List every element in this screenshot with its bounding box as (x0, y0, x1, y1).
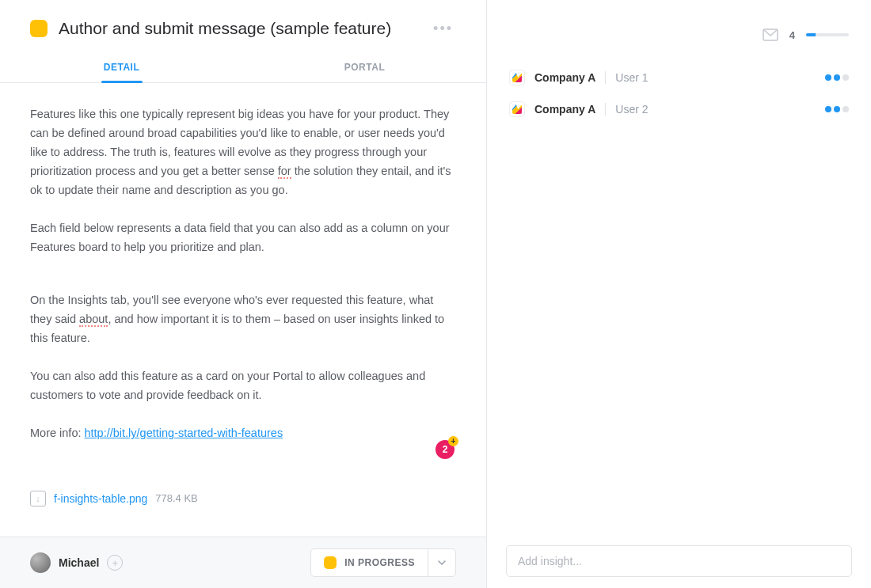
tab-detail[interactable]: DETAIL (0, 51, 243, 82)
insights-header: 4 (487, 0, 871, 57)
add-insight-input[interactable] (506, 545, 852, 577)
importance-dots[interactable] (825, 106, 849, 112)
detail-paragraph: You can also add this feature as a card … (30, 367, 456, 405)
detail-paragraph: More info: http://bit.ly/getting-started… (30, 424, 456, 443)
mail-icon[interactable] (763, 28, 778, 41)
tab-portal[interactable]: PORTAL (243, 51, 486, 82)
add-owner-button[interactable]: + (107, 555, 123, 571)
spellcheck-word: about (79, 313, 108, 327)
status-button[interactable]: IN PROGRESS (311, 549, 428, 576)
chevron-down-icon (438, 560, 446, 565)
detail-paragraph: On the Insights tab, you'll see everyone… (30, 291, 456, 348)
spellcheck-word: for (278, 165, 291, 179)
tabs: DETAIL PORTAL (0, 51, 486, 83)
divider (605, 71, 606, 84)
insight-list: Company A User 1 Company A User 2 (487, 57, 871, 130)
detail-paragraph: Features like this one typically represe… (30, 105, 456, 200)
insights-footer (487, 534, 871, 588)
company-name: Company A (534, 103, 595, 116)
insight-count: 4 (789, 29, 795, 41)
more-info-link[interactable]: http://bit.ly/getting-started-with-featu… (85, 427, 283, 439)
header: Author and submit message (sample featur… (0, 0, 486, 51)
insight-progress (806, 33, 849, 36)
importance-dots[interactable] (825, 74, 849, 81)
insight-row[interactable]: Company A User 2 (501, 93, 857, 125)
attachment-name[interactable]: f-insights-table.png (54, 492, 147, 505)
dot-icon (825, 106, 831, 112)
dot-icon (842, 106, 849, 112)
detail-paragraph: Each field below represents a data field… (30, 219, 456, 257)
insight-row[interactable]: Company A User 1 (501, 62, 857, 93)
company-logo-icon (509, 101, 525, 117)
divider (605, 103, 606, 116)
dot-icon (834, 106, 840, 112)
dot-icon (825, 74, 831, 81)
download-icon[interactable] (30, 491, 46, 506)
count-badge[interactable]: 2 + (436, 440, 455, 459)
attachment-row[interactable]: f-insights-table.png 778.4 KB (30, 491, 456, 506)
status-dropdown-caret[interactable] (428, 549, 455, 576)
dot-icon (842, 74, 849, 81)
footer: Michael + IN PROGRESS (0, 537, 486, 588)
insight-user: User 2 (615, 103, 648, 116)
detail-body[interactable]: Features like this one typically represe… (0, 83, 486, 537)
plus-icon: + (448, 436, 458, 446)
company-name: Company A (534, 71, 595, 84)
status-color-chip (324, 556, 337, 569)
dot-icon (834, 74, 840, 81)
insights-pane: 4 Company A User 1 Company A User 2 (487, 0, 871, 588)
owner-avatar[interactable] (30, 552, 51, 573)
insight-user: User 1 (615, 71, 648, 84)
status-selector: IN PROGRESS (310, 548, 456, 577)
more-options-icon[interactable]: ••• (430, 21, 456, 37)
owner-name[interactable]: Michael (59, 556, 99, 569)
company-logo-icon (509, 70, 525, 85)
attachment-size: 778.4 KB (155, 492, 198, 504)
detail-pane: Author and submit message (sample featur… (0, 0, 487, 588)
progress-fill (806, 33, 816, 36)
feature-color-chip (30, 20, 48, 37)
status-label: IN PROGRESS (344, 557, 415, 568)
feature-title[interactable]: Author and submit message (sample featur… (59, 19, 430, 38)
